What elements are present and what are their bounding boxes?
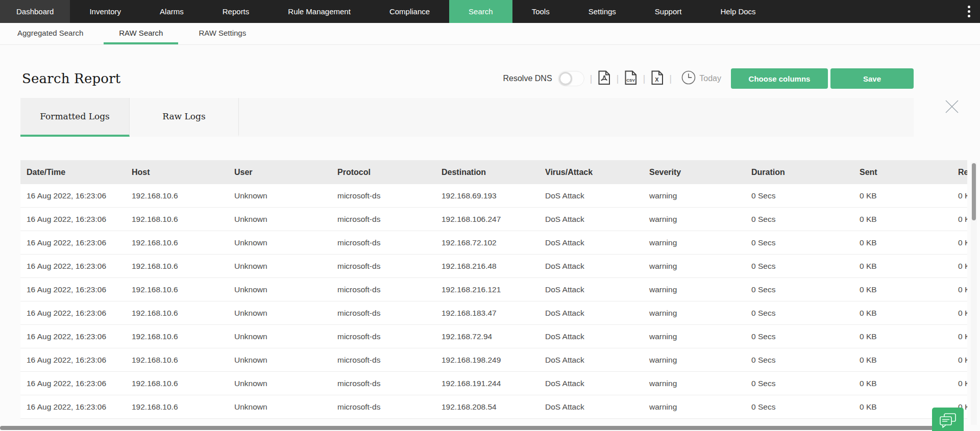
nav-item-alarms[interactable]: Alarms [140,0,203,23]
cell-received: 0 KB [952,301,967,324]
table-row[interactable]: 16 Aug 2022, 16:23:06 192.168.10.6 Unkno… [20,278,967,301]
cell-host: 192.168.10.6 [126,372,228,395]
resolve-dns-toggle[interactable] [558,71,584,86]
col-header-received[interactable]: Received [952,160,967,184]
cell-virus-attack: DoS Attack [539,301,643,324]
col-header-virus-attack[interactable]: Virus/Attack [539,160,643,184]
csv-export-icon[interactable]: CSV [624,70,637,87]
nav-item-dashboard[interactable]: Dashboard [0,0,70,23]
kebab-menu-icon[interactable] [958,0,980,23]
cell-host: 192.168.10.6 [126,278,228,301]
cell-destination: 192.168.208.54 [435,395,539,418]
nav-item-help-docs[interactable]: Help Docs [701,0,775,23]
cell-received: 0 KB [952,325,967,348]
col-header-severity[interactable]: Severity [643,160,745,184]
cell-destination: 192.168.191.244 [435,372,539,395]
live-chat-button[interactable] [932,408,964,431]
cell-sent: 0 KB [853,301,952,324]
choose-columns-button[interactable]: Choose columns [731,68,828,89]
cell-received: 0 KB [952,255,967,277]
table-row[interactable]: 16 Aug 2022, 16:23:06 192.168.10.6 Unkno… [20,208,967,231]
vertical-scrollbar-thumb[interactable] [972,163,976,220]
cell-protocol: microsoft-ds [331,231,435,254]
nav-item-settings[interactable]: Settings [569,0,635,23]
cell-host: 192.168.10.6 [126,348,228,371]
tab-formatted-logs[interactable]: Formatted Logs [20,98,130,137]
cell-destination: 192.168.216.121 [435,278,539,301]
cell-user: Unknown [228,325,331,348]
cell-datetime: 16 Aug 2022, 16:23:06 [20,184,126,207]
cell-user: Unknown [228,372,331,395]
cell-user: Unknown [228,301,331,324]
cell-protocol: microsoft-ds [331,395,435,418]
subnav-item-raw-settings[interactable]: RAW Settings [198,23,247,44]
col-header-user[interactable]: User [228,160,331,184]
cell-host: 192.168.10.6 [126,395,228,418]
table-row[interactable]: 16 Aug 2022, 16:23:06 192.168.10.6 Unkno… [20,255,967,278]
cell-sent: 0 KB [853,231,952,254]
cell-severity: warning [643,208,745,231]
horizontal-scrollbar-thumb[interactable] [0,426,939,430]
cell-received: 0 KB [952,208,967,231]
table-row[interactable]: 16 Aug 2022, 16:23:06 192.168.10.6 Unkno… [20,325,967,348]
table-row[interactable]: 16 Aug 2022, 16:23:06 192.168.10.6 Unkno… [20,301,967,325]
excel-export-icon[interactable]: X [651,70,664,87]
cell-host: 192.168.10.6 [126,325,228,348]
cell-host: 192.168.10.6 [126,208,228,231]
nav-item-search[interactable]: Search [449,0,512,23]
cell-received: 0 KB [952,372,967,395]
cell-datetime: 16 Aug 2022, 16:23:06 [20,208,126,231]
nav-item-rule-management[interactable]: Rule Management [268,0,370,23]
resolve-dns-label: Resolve DNS [503,74,552,83]
cell-protocol: microsoft-ds [331,184,435,207]
cell-protocol: microsoft-ds [331,348,435,371]
subnav-item-aggregated-search[interactable]: Aggregated Search [16,23,84,44]
col-header-host[interactable]: Host [126,160,228,184]
cell-duration: 0 Secs [745,208,853,231]
cell-received: 0 KB [952,348,967,371]
time-range-selector[interactable]: Today [681,70,721,87]
nav-item-support[interactable]: Support [635,0,701,23]
save-button[interactable]: Save [830,68,914,89]
col-header-datetime[interactable]: Date/Time [20,160,126,184]
col-header-duration[interactable]: Duration [745,160,853,184]
table-row[interactable]: 16 Aug 2022, 16:23:06 192.168.10.6 Unkno… [20,184,967,208]
log-tabs: Formatted Logs Raw Logs [20,98,914,137]
pdf-export-icon[interactable] [598,70,610,87]
svg-text:X: X [655,77,659,83]
cell-host: 192.168.10.6 [126,231,228,254]
col-header-destination[interactable]: Destination [435,160,539,184]
cell-duration: 0 Secs [745,395,853,418]
cell-duration: 0 Secs [745,231,853,254]
nav-item-compliance[interactable]: Compliance [370,0,449,23]
cell-duration: 0 Secs [745,255,853,277]
nav-item-tools[interactable]: Tools [512,0,569,23]
table-row[interactable]: 16 Aug 2022, 16:23:06 192.168.10.6 Unkno… [20,395,967,419]
col-header-sent[interactable]: Sent [853,160,952,184]
cell-datetime: 16 Aug 2022, 16:23:06 [20,301,126,324]
cell-protocol: microsoft-ds [331,325,435,348]
cell-virus-attack: DoS Attack [539,231,643,254]
time-range-label: Today [699,74,721,83]
cell-received: 0 KB [952,184,967,207]
nav-item-inventory[interactable]: Inventory [70,0,140,23]
cell-severity: warning [643,255,745,277]
nav-item-reports[interactable]: Reports [203,0,269,23]
cell-destination: 192.168.106.247 [435,208,539,231]
table-row[interactable]: 16 Aug 2022, 16:23:06 192.168.10.6 Unkno… [20,348,967,372]
cell-datetime: 16 Aug 2022, 16:23:06 [20,348,126,371]
cell-virus-attack: DoS Attack [539,208,643,231]
cell-sent: 0 KB [853,372,952,395]
table-row[interactable]: 16 Aug 2022, 16:23:06 192.168.10.6 Unkno… [20,372,967,395]
cell-datetime: 16 Aug 2022, 16:23:06 [20,395,126,418]
close-icon[interactable] [943,98,961,115]
table-row[interactable]: 16 Aug 2022, 16:23:06 192.168.10.6 Unkno… [20,231,967,255]
table-header-row: Date/Time Host User Protocol Destination… [20,160,967,184]
subnav-item-raw-search[interactable]: RAW Search [104,23,178,44]
tab-raw-logs[interactable]: Raw Logs [130,98,239,137]
col-header-protocol[interactable]: Protocol [331,160,435,184]
vertical-scrollbar [971,162,977,427]
search-subnav: Aggregated Search RAW Search RAW Setting… [0,23,980,45]
cell-destination: 192.168.198.249 [435,348,539,371]
cell-duration: 0 Secs [745,372,853,395]
